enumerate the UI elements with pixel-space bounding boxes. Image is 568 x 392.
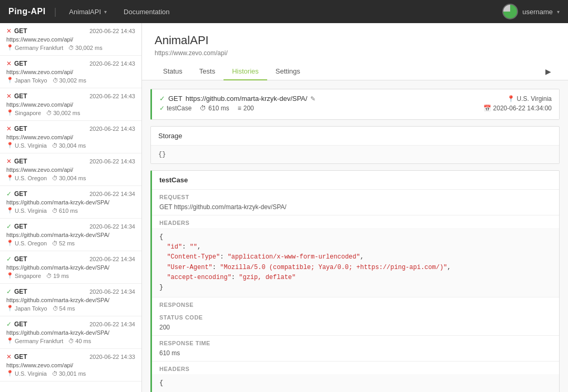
request-url: GET https://github.com/marta-krzyk-dev/S… xyxy=(152,202,559,215)
page-title: AnimalAPI xyxy=(155,34,555,47)
result-date: 📅 2020-06-22 14:34:00 xyxy=(483,105,552,112)
sidebar-time: 2020-06-22 14:43 xyxy=(89,126,135,132)
sidebar-method: GET xyxy=(14,353,27,360)
sidebar-item-header: ✓ GET 2020-06-22 14:34 xyxy=(6,321,135,328)
response-time-label: RESPONSE TIME xyxy=(152,336,559,348)
result-card-row-bottom: ✓ testCase ⏱ 610 ms ≡ 200 📅 2020-06-22 1… xyxy=(159,105,552,112)
sidebar-location: 📍 Germany Frankfurt xyxy=(6,44,63,51)
storage-body: {} xyxy=(151,146,559,163)
sidebar-method: GET xyxy=(14,223,27,230)
pin-icon: 📍 xyxy=(6,272,14,279)
nav-divider: | xyxy=(54,6,57,17)
tab-histories[interactable]: Histories xyxy=(224,63,267,80)
sidebar-url: https://www.zevo.com/api/ xyxy=(6,69,135,75)
result-duration-label: ⏱ 610 ms xyxy=(200,105,229,112)
result-edit-icon[interactable]: ✎ xyxy=(310,95,316,102)
response-time-value: 610 ms xyxy=(152,348,559,362)
sidebar-url: https://www.zevo.com/api/ xyxy=(6,36,135,43)
sidebar-meta: 📍 U.S. Oregon ⏱ 52 ms xyxy=(6,240,135,246)
pin-icon: 📍 xyxy=(6,305,14,312)
page-url: https://www.zevo.com/api/ xyxy=(155,49,555,57)
code-line-1: { xyxy=(159,232,552,242)
sidebar-item-header: ✕ GET 2020-06-22 14:43 xyxy=(6,27,135,35)
code-line-6: } xyxy=(159,283,552,293)
calendar-icon: 📅 xyxy=(483,105,491,112)
sidebar-time: 2020-06-22 14:43 xyxy=(89,158,135,164)
sidebar-item[interactable]: ✓ GET 2020-06-22 14:34 https://github.co… xyxy=(0,316,141,349)
sidebar-url: https://github.com/marta-krzyk-dev/SPA/ xyxy=(6,264,135,271)
sidebar-time: 2020-06-22 14:43 xyxy=(89,93,135,99)
sidebar-time: 2020-06-22 14:33 xyxy=(89,354,135,360)
user-area: username ▾ xyxy=(502,4,560,19)
sidebar-item[interactable]: ✕ GET 2020-06-22 14:43 https://www.zevo.… xyxy=(0,23,141,56)
pin-icon: 📍 xyxy=(6,207,14,214)
clock-icon: ⏱ xyxy=(52,175,58,181)
sidebar-location: 📍 U.S. Virginia xyxy=(6,370,47,377)
sidebar-duration: ⏱ 40 ms xyxy=(68,338,91,344)
sidebar-url: https://www.zevo.com/api/ xyxy=(6,101,135,108)
sidebar-meta: 📍 U.S. Virginia ⏱ 610 ms xyxy=(6,207,135,214)
sidebar-time: 2020-06-22 14:43 xyxy=(89,28,135,34)
sidebar-item[interactable]: ✓ GET 2020-06-22 14:34 https://github.co… xyxy=(0,284,141,316)
pin-icon: 📍 xyxy=(6,77,14,84)
play-button[interactable]: ▶ xyxy=(541,65,555,78)
doc-link[interactable]: Documentation xyxy=(119,6,174,18)
sidebar-duration: ⏱ 52 ms xyxy=(52,240,75,246)
tab-settings[interactable]: Settings xyxy=(267,63,309,80)
sidebar-url: https://github.com/marta-krzyk-dev/SPA/ xyxy=(6,297,135,303)
sidebar-url: https://www.zevo.com/api/ xyxy=(6,167,135,173)
result-check-icon: ✓ xyxy=(159,95,165,102)
sidebar-item-header: ✕ GET 2020-06-22 14:43 xyxy=(6,60,135,67)
sidebar-item[interactable]: ✓ GET 2020-06-22 14:34 https://github.co… xyxy=(0,186,141,219)
sidebar-time: 2020-06-22 14:34 xyxy=(89,288,135,295)
tab-tests[interactable]: Tests xyxy=(191,63,224,80)
avatar xyxy=(502,4,518,19)
sidebar-meta: 📍 Japan Tokyo ⏱ 30,002 ms xyxy=(6,77,135,84)
sidebar-duration: ⏱ 610 ms xyxy=(52,208,78,214)
api-chevron-icon: ▾ xyxy=(104,9,107,15)
sidebar-item[interactable]: ✕ GET 2020-06-22 14:43 https://www.zevo.… xyxy=(0,56,141,88)
sidebar-meta: 📍 Germany Frankfurt ⏱ 30,002 ms xyxy=(6,44,135,51)
clock-icon: ⏱ xyxy=(68,45,74,51)
pin-icon: 📍 xyxy=(6,109,14,116)
sidebar-item[interactable]: ✕ GET 2020-06-22 14:43 https://www.zevo.… xyxy=(0,121,141,153)
sidebar-time: 2020-06-22 14:34 xyxy=(89,223,135,230)
sidebar-duration: ⏱ 19 ms xyxy=(46,273,69,279)
sidebar-item-header: ✕ GET 2020-06-22 14:43 xyxy=(6,125,135,132)
testcase-section: testCase REQUEST GET https://github.com/… xyxy=(150,170,560,392)
storage-title: Storage xyxy=(151,127,559,146)
api-selector[interactable]: AnimalAPI ▾ xyxy=(65,6,111,18)
sidebar-meta: 📍 Singapore ⏱ 30,002 ms xyxy=(6,109,135,116)
sidebar-time: 2020-06-22 14:34 xyxy=(89,256,135,262)
sidebar-duration: ⏱ 30,004 ms xyxy=(52,175,86,181)
sidebar-item[interactable]: ✓ GET 2020-06-22 14:34 https://github.co… xyxy=(0,219,141,251)
result-main: ✓ GET https://github.com/marta-krzyk-dev… xyxy=(159,95,316,102)
sidebar-meta: 📍 U.S. Oregon ⏱ 30,004 ms xyxy=(6,174,135,181)
result-testcase-label: ✓ testCase xyxy=(159,105,191,112)
sidebar-item-header: ✓ GET 2020-06-22 14:34 xyxy=(6,255,135,263)
sidebar-url: https://github.com/marta-krzyk-dev/SPA/ xyxy=(6,329,135,336)
content-area: AnimalAPI https://www.zevo.com/api/ Stat… xyxy=(142,23,568,392)
sidebar-item[interactable]: ✓ GET 2020-06-22 14:34 https://github.co… xyxy=(0,251,141,284)
sidebar-method: GET xyxy=(14,92,27,100)
headers-code-block: { "id": "", "Content-Type": "application… xyxy=(152,228,559,297)
pin-icon: 📍 xyxy=(507,95,515,102)
status-check-icon: ✓ xyxy=(6,223,12,230)
status-x-icon: ✕ xyxy=(6,125,12,132)
clock-icon: ⏱ xyxy=(46,110,52,116)
status-check-icon: ✓ xyxy=(6,255,12,263)
sidebar-item[interactable]: ✕ GET 2020-06-22 14:43 https://www.zevo.… xyxy=(0,88,141,121)
sidebar-duration: ⏱ 30,001 ms xyxy=(52,370,86,377)
sidebar-item[interactable]: ✕ GET 2020-06-22 14:33 https://www.zevo.… xyxy=(0,349,141,381)
clock-icon: ⏱ xyxy=(52,208,58,214)
sidebar-method: GET xyxy=(14,255,27,263)
brand-logo: Ping-API xyxy=(8,7,46,16)
sidebar-item[interactable]: ✕ GET 2020-06-22 14:43 https://www.zevo.… xyxy=(0,153,141,186)
sidebar-meta: 📍 U.S. Virginia ⏱ 30,001 ms xyxy=(6,370,135,377)
tab-status[interactable]: Status xyxy=(155,63,191,80)
sidebar-time: 2020-06-22 14:43 xyxy=(89,60,135,67)
pin-icon: 📍 xyxy=(6,240,14,246)
code-line-3: "Content-Type": "application/x-www-form-… xyxy=(159,252,552,262)
pin-icon: 📍 xyxy=(6,337,14,344)
sidebar-location: 📍 U.S. Oregon xyxy=(6,174,47,181)
